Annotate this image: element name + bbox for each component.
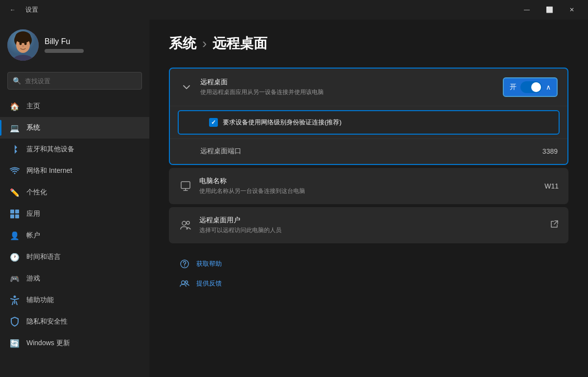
nav: 🏠 主页 💻 系统 蓝牙和其他设备 [0,95,149,354]
help-label[interactable]: 获取帮助 [196,259,222,268]
computer-name-row[interactable]: 电脑名称 使用此名称从另一台设备连接到这台电脑 W11 [169,168,568,204]
titlebar-controls: — ⬜ ✕ [516,0,583,20]
content: 系统 › 远程桌面 远程桌面 使用远程桌面应用从另一设备连接并使用该电脑 [149,20,588,377]
sidebar-item-label-personalization: 个性化 [26,188,47,197]
svg-point-6 [15,31,31,43]
user-info: Billy Fu [45,37,84,53]
svg-rect-8 [10,210,14,213]
sidebar-item-network[interactable]: 网络和 Internet [0,160,149,182]
close-icon: ✕ [569,6,574,13]
privacy-icon [10,317,20,327]
breadcrumb-current: 远程桌面 [212,34,267,53]
computer-name-action: W11 [544,182,559,190]
svg-rect-10 [10,214,14,218]
svg-point-17 [184,266,185,267]
search-container: 🔍 [0,68,149,95]
sidebar-item-accessibility[interactable]: 辅助功能 [0,289,149,311]
titlebar-title: 设置 [25,5,38,14]
remote-desktop-action: 开 ∧ [503,77,558,97]
avatar [7,29,39,61]
help-link[interactable]: 获取帮助 [174,256,564,272]
sidebar-item-label-bluetooth: 蓝牙和其他设备 [26,145,74,154]
computer-name-value: W11 [544,182,559,190]
sidebar-item-label-apps: 应用 [26,210,40,218]
avatar-svg [7,29,39,61]
computer-name-card: 电脑名称 使用此名称从另一台设备连接到这台电脑 W11 [169,168,568,204]
minimize-icon: — [524,6,530,13]
external-link-icon [550,220,559,231]
remote-users-row[interactable]: 远程桌面用户 选择可以远程访问此电脑的人员 [169,207,568,243]
port-label: 远程桌面端口 [200,147,542,156]
titlebar: ← 设置 — ⬜ ✕ [0,0,588,20]
svg-point-15 [187,221,189,224]
breadcrumb: 系统 › 远程桌面 [169,34,568,53]
sidebar-item-personalization[interactable]: ✏️ 个性化 [0,182,149,203]
sidebar-item-label-accessibility: 辅助功能 [26,296,54,305]
feedback-link[interactable]: 提供反馈 [174,276,564,291]
sidebar-item-label-network: 网络和 Internet [26,166,72,175]
sidebar-item-bluetooth[interactable]: 蓝牙和其他设备 [0,139,149,160]
sidebar-item-label-gaming: 游戏 [26,274,40,283]
minimize-button[interactable]: — [516,0,538,20]
toggle-switch[interactable] [520,81,542,93]
search-icon: 🔍 [13,77,21,85]
sidebar-item-apps[interactable]: 应用 [0,203,149,225]
close-button[interactable]: ✕ [561,0,583,20]
sidebar-item-home[interactable]: 🏠 主页 [0,95,149,117]
apps-icon [10,209,20,219]
titlebar-left: ← 设置 [5,0,38,20]
sidebar-item-label-system: 系统 [26,123,40,132]
maximize-icon: ⬜ [546,6,553,13]
svg-rect-13 [181,182,190,188]
remote-users-subtitle: 选择可以远程访问此电脑的人员 [199,226,550,235]
sidebar-item-time-language[interactable]: 🕐 时间和语言 [0,246,149,268]
remote-users-text: 远程桌面用户 选择可以远程访问此电脑的人员 [199,216,550,235]
svg-rect-9 [15,210,19,213]
checkbox-row[interactable]: ✓ 要求设备使用网络级别身份验证连接(推荐) [178,110,560,135]
svg-point-5 [22,46,24,47]
time-icon: 🕐 [10,252,20,262]
home-icon: 🏠 [10,101,20,111]
toggle-chevron-icon[interactable]: ∧ [546,83,551,91]
toggle-container[interactable]: 开 ∧ [503,77,558,97]
remote-desktop-card: 远程桌面 使用远程桌面应用从另一设备连接并使用该电脑 开 ∧ ✓ [169,68,568,165]
windows-update-icon: 🔄 [10,338,20,348]
search-input[interactable] [25,77,137,85]
sidebar-item-windows-update[interactable]: 🔄 Windows 更新 [0,332,149,354]
search-box[interactable]: 🔍 [7,72,142,90]
remote-desktop-expand-icon [180,80,193,94]
maximize-button[interactable]: ⬜ [538,0,561,20]
computer-name-subtitle: 使用此名称从另一台设备连接到这台电脑 [199,187,544,195]
sidebar-item-gaming[interactable]: 🎮 游戏 [0,268,149,289]
port-row: 远程桌面端口 3389 [170,139,567,164]
computer-name-text: 电脑名称 使用此名称从另一台设备连接到这台电脑 [199,177,544,195]
main-layout: Billy Fu 🔍 🏠 主页 💻 系统 [0,20,588,377]
user-profile[interactable]: Billy Fu [0,20,149,68]
help-icon [179,258,190,270]
svg-point-14 [182,221,186,225]
remote-desktop-title: 远程桌面 [200,78,503,87]
gaming-icon: 🎮 [10,274,20,283]
sidebar-item-label-time: 时间和语言 [26,253,61,261]
breadcrumb-separator: › [202,36,207,51]
checkbox-nla[interactable]: ✓ [209,118,218,127]
accounts-icon: 👤 [10,231,20,240]
remote-desktop-text: 远程桌面 使用远程桌面应用从另一设备连接并使用该电脑 [200,78,503,96]
remote-users-title: 远程桌面用户 [199,216,550,225]
user-email-bar [45,49,84,53]
sidebar-item-system[interactable]: 💻 系统 [0,117,149,139]
sidebar-item-privacy[interactable]: 隐私和安全性 [0,311,149,332]
computer-name-icon [179,179,192,193]
sidebar: Billy Fu 🔍 🏠 主页 💻 系统 [0,20,149,377]
sidebar-item-label-windows-update: Windows 更新 [26,339,70,348]
remote-desktop-header: 远程桌面 使用远程桌面应用从另一设备连接并使用该电脑 开 ∧ [170,69,567,106]
bluetooth-icon [10,144,20,154]
toggle-knob [531,82,541,92]
svg-point-19 [186,281,188,283]
back-button[interactable]: ← [5,0,21,20]
remote-users-action[interactable] [550,220,559,231]
feedback-label[interactable]: 提供反馈 [196,279,222,288]
svg-point-12 [14,296,16,298]
remote-users-card: 远程桌面用户 选择可以远程访问此电脑的人员 [169,207,568,243]
sidebar-item-accounts[interactable]: 👤 帐户 [0,225,149,246]
